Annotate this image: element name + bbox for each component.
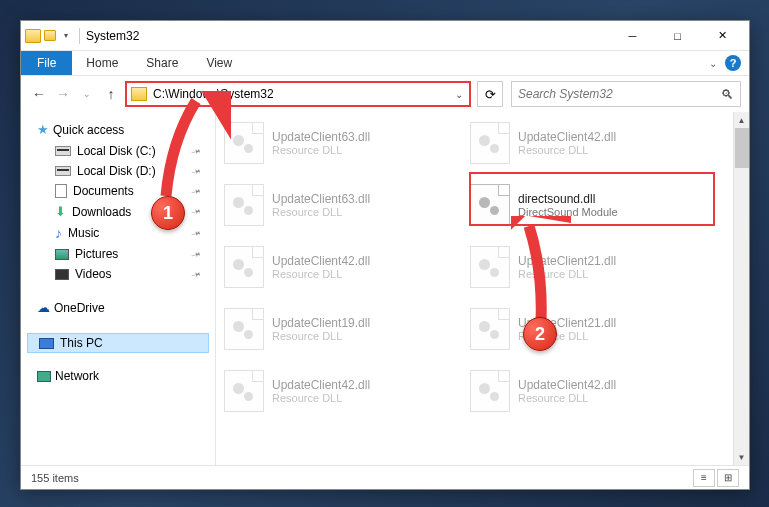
- tab-share[interactable]: Share: [132, 52, 192, 74]
- scroll-down-icon[interactable]: ▼: [734, 449, 749, 465]
- cloud-icon: ☁: [37, 300, 50, 315]
- sidebar-quick-access[interactable]: ★Quick access: [27, 120, 209, 141]
- status-bar: 155 items ≡ ⊞: [21, 465, 749, 489]
- star-icon: ★: [37, 122, 49, 137]
- quick-access-label: Quick access: [53, 123, 124, 137]
- scroll-up-icon[interactable]: ▲: [734, 112, 749, 128]
- scroll-thumb[interactable]: [735, 128, 749, 168]
- file-item-directsound[interactable]: directsound.dllDirectSound Module: [466, 180, 706, 230]
- sidebar-item-label: Local Disk (D:): [77, 164, 156, 178]
- tab-home[interactable]: Home: [72, 52, 132, 74]
- nav-forward-button[interactable]: →: [53, 84, 73, 104]
- address-path[interactable]: C:\Windows\System32: [151, 87, 449, 101]
- network-label: Network: [55, 369, 99, 383]
- file-list: UpdateClient63.dllResource DLL UpdateCli…: [216, 112, 749, 422]
- file-desc: Resource DLL: [518, 144, 616, 156]
- qat-dropdown-icon[interactable]: ▾: [59, 29, 73, 43]
- view-details-button[interactable]: ≡: [693, 469, 715, 487]
- nav-up-button[interactable]: ↑: [101, 84, 121, 104]
- help-icon[interactable]: ?: [725, 55, 741, 71]
- sidebar-item-disk-d[interactable]: Local Disk (D:)📌︎: [27, 161, 209, 181]
- music-icon: ♪: [55, 225, 62, 241]
- sidebar-this-pc[interactable]: This PC: [27, 333, 209, 353]
- file-name: UpdateClient42.dll: [272, 254, 370, 268]
- ribbon-tabs: File Home Share View ⌄ ?: [21, 51, 749, 76]
- explorer-window: ▾ System32 ─ □ ✕ File Home Share View ⌄ …: [20, 20, 750, 490]
- file-name: UpdateClient42.dll: [518, 378, 616, 392]
- file-item[interactable]: UpdateClient63.dllResource DLL: [220, 180, 460, 230]
- dll-file-icon: [224, 246, 264, 288]
- document-icon: [55, 184, 67, 198]
- address-folder-icon: [131, 87, 147, 101]
- sidebar-item-label: Videos: [75, 267, 111, 281]
- refresh-button[interactable]: ⟳: [477, 81, 503, 107]
- this-pc-label: This PC: [60, 336, 103, 350]
- file-item[interactable]: UpdateClient21.dllResource DLL: [466, 242, 706, 292]
- file-desc: DirectSound Module: [518, 206, 618, 218]
- dll-file-icon: [224, 370, 264, 412]
- file-name: UpdateClient19.dll: [272, 316, 370, 330]
- sidebar-item-documents[interactable]: Documents📌︎: [27, 181, 209, 201]
- dll-file-icon: [470, 246, 510, 288]
- ribbon-expand-icon[interactable]: ⌄: [709, 58, 717, 69]
- file-desc: Resource DLL: [518, 268, 616, 280]
- status-item-count: 155 items: [31, 472, 79, 484]
- window-title: System32: [86, 29, 139, 43]
- pin-icon: 📌︎: [189, 184, 203, 199]
- file-desc: Resource DLL: [518, 392, 616, 404]
- qat-item-icon[interactable]: [43, 29, 57, 43]
- pin-icon: 📌︎: [189, 226, 203, 241]
- nav-history-icon[interactable]: ⌄: [77, 84, 97, 104]
- annotation-badge-1: 1: [151, 196, 185, 230]
- scrollbar-vertical[interactable]: ▲ ▼: [733, 112, 749, 465]
- annotation-badge-2: 2: [523, 317, 557, 351]
- dll-file-icon: [470, 370, 510, 412]
- search-icon[interactable]: 🔍︎: [721, 87, 734, 102]
- file-name: UpdateClient42.dll: [518, 130, 616, 144]
- pin-icon: 📌︎: [189, 267, 203, 282]
- view-icons-button[interactable]: ⊞: [717, 469, 739, 487]
- sidebar-item-label: Local Disk (C:): [77, 144, 156, 158]
- file-item[interactable]: UpdateClient42.dllResource DLL: [466, 366, 706, 416]
- pin-icon: 📌︎: [189, 247, 203, 262]
- search-input[interactable]: [518, 87, 721, 101]
- file-desc: Resource DLL: [272, 330, 370, 342]
- disk-icon: [55, 166, 71, 176]
- file-item[interactable]: UpdateClient63.dllResource DLL: [220, 118, 460, 168]
- file-name: UpdateClient42.dll: [272, 378, 370, 392]
- close-button[interactable]: ✕: [700, 21, 745, 50]
- dll-file-icon: [224, 184, 264, 226]
- maximize-button[interactable]: □: [655, 21, 700, 50]
- dll-file-icon: [470, 122, 510, 164]
- address-bar[interactable]: C:\Windows\System32 ⌄: [125, 81, 471, 107]
- titlebar: ▾ System32 ─ □ ✕: [21, 21, 749, 51]
- search-box[interactable]: 🔍︎: [511, 81, 741, 107]
- file-item[interactable]: UpdateClient19.dllResource DLL: [220, 304, 460, 354]
- address-dropdown-icon[interactable]: ⌄: [449, 89, 469, 100]
- nav-back-button[interactable]: ←: [29, 84, 49, 104]
- minimize-button[interactable]: ─: [610, 21, 655, 50]
- file-item[interactable]: UpdateClient42.dllResource DLL: [220, 366, 460, 416]
- tab-view[interactable]: View: [192, 52, 246, 74]
- file-item[interactable]: UpdateClient21.dllResource DLL: [466, 304, 706, 354]
- file-name: UpdateClient63.dll: [272, 192, 370, 206]
- file-name: UpdateClient21.dll: [518, 254, 616, 268]
- sidebar-item-label: Music: [68, 226, 99, 240]
- sidebar-item-pictures[interactable]: Pictures📌︎: [27, 244, 209, 264]
- file-item[interactable]: UpdateClient42.dllResource DLL: [466, 118, 706, 168]
- sidebar-network[interactable]: Network: [27, 367, 209, 387]
- pictures-icon: [55, 249, 69, 260]
- file-desc: Resource DLL: [272, 206, 370, 218]
- file-desc: Resource DLL: [272, 144, 370, 156]
- tab-file[interactable]: File: [21, 51, 72, 75]
- file-item[interactable]: UpdateClient42.dllResource DLL: [220, 242, 460, 292]
- file-content-area: UpdateClient63.dllResource DLL UpdateCli…: [216, 112, 749, 465]
- sidebar-item-label: Pictures: [75, 247, 118, 261]
- dll-file-icon: [470, 308, 510, 350]
- sidebar-item-music[interactable]: ♪Music📌︎: [27, 222, 209, 244]
- network-icon: [37, 371, 51, 382]
- pc-icon: [39, 338, 54, 349]
- sidebar-onedrive[interactable]: ☁OneDrive: [27, 298, 209, 319]
- sidebar-item-videos[interactable]: Videos📌︎: [27, 264, 209, 284]
- sidebar-item-disk-c[interactable]: Local Disk (C:)📌︎: [27, 141, 209, 161]
